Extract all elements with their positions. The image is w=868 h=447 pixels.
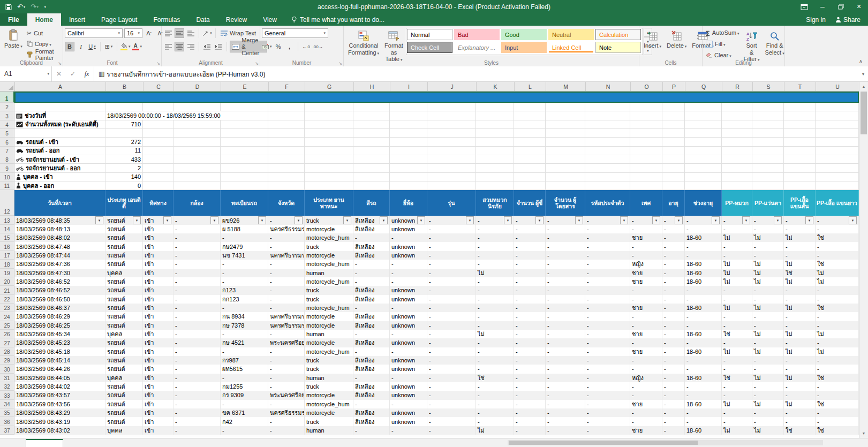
cell-S27[interactable]: -: [752, 338, 784, 347]
cell-H31[interactable]: -: [353, 374, 390, 382]
cell-N11[interactable]: [585, 181, 630, 190]
cell-K30[interactable]: -: [476, 365, 514, 373]
column-header-H[interactable]: H: [354, 82, 390, 91]
cell-I2[interactable]: [390, 103, 427, 111]
cell-H8[interactable]: [353, 155, 390, 164]
cell-Q23[interactable]: 18-60: [685, 304, 722, 312]
cell-R2[interactable]: [722, 103, 752, 111]
cell-U15[interactable]: ใช่: [816, 233, 859, 242]
row-header-36[interactable]: 36: [0, 417, 14, 426]
cell-R6[interactable]: [722, 138, 752, 146]
number-dialog-launcher[interactable]: [338, 61, 342, 66]
cell-U26[interactable]: ไม่: [816, 330, 859, 338]
cell-L19[interactable]: -: [514, 269, 546, 277]
cell-E18[interactable]: -: [221, 260, 268, 268]
cell-H33[interactable]: สีเหลือง: [353, 391, 390, 399]
column-header-G[interactable]: G: [305, 82, 354, 91]
cell-I19[interactable]: -: [390, 269, 427, 277]
cell-T36[interactable]: -: [784, 417, 816, 426]
cell-A35[interactable]: 18/03/2569 08:43:29: [14, 408, 105, 417]
align-middle-button[interactable]: [175, 28, 184, 38]
cell-H15[interactable]: -: [353, 233, 390, 242]
cell-style-note[interactable]: Note: [595, 42, 641, 53]
cell-F28[interactable]: -: [268, 347, 305, 356]
cell-I3[interactable]: [390, 111, 427, 120]
column-header-F[interactable]: F: [269, 82, 305, 91]
cell-M10[interactable]: [546, 173, 585, 181]
cell-L26[interactable]: -: [514, 330, 546, 338]
cell-P21[interactable]: -: [662, 286, 685, 294]
cell-B22[interactable]: รถยนต์: [105, 295, 143, 304]
cell-U23[interactable]: ใช่: [816, 304, 859, 312]
cell-A15[interactable]: 18/03/2569 08:48:02: [14, 233, 105, 242]
cell-P16[interactable]: -: [662, 242, 685, 251]
cell-N7[interactable]: [585, 147, 630, 155]
cell-D20[interactable]: -: [173, 277, 221, 286]
cell-L32[interactable]: -: [514, 382, 546, 391]
cell-R9[interactable]: [722, 164, 752, 172]
align-right-button[interactable]: [186, 42, 195, 51]
cell-C24[interactable]: เข้า: [143, 312, 173, 321]
cell-I30[interactable]: unknown: [390, 365, 427, 373]
cell-O21[interactable]: -: [630, 286, 662, 294]
cell-S35[interactable]: -: [752, 408, 784, 417]
cell-Q13[interactable]: -▼: [685, 216, 722, 224]
cell-M5[interactable]: [546, 129, 585, 138]
minimize-button[interactable]: ─: [813, 0, 832, 13]
cell-C31[interactable]: เข้า: [143, 374, 173, 382]
cell-C6[interactable]: [143, 138, 173, 146]
cell-O28[interactable]: ชาย: [630, 347, 662, 356]
cell-S32[interactable]: -: [752, 382, 784, 391]
cell-S2[interactable]: [752, 103, 784, 111]
cell-U13[interactable]: -▼: [816, 216, 859, 224]
cell-H14[interactable]: สีเหลือง: [353, 225, 390, 233]
cell-R32[interactable]: -: [722, 382, 752, 391]
table-header-A12[interactable]: วันที่/เวลา: [14, 190, 105, 216]
cell-J16[interactable]: -: [427, 242, 476, 251]
cell-K28[interactable]: -: [476, 347, 514, 356]
cell-O3[interactable]: [630, 111, 662, 120]
row-header-7[interactable]: 7: [0, 147, 14, 155]
cell-J4[interactable]: [427, 120, 476, 129]
cell-N31[interactable]: -: [585, 374, 630, 382]
cell-H11[interactable]: [353, 181, 390, 190]
cell-Q20[interactable]: 18-60: [685, 277, 722, 286]
tab-page-layout[interactable]: Page Layout: [93, 13, 145, 26]
cell-style-check-cell[interactable]: Check Cell: [407, 42, 452, 53]
cell-P37[interactable]: -: [662, 426, 685, 435]
align-bottom-button[interactable]: [186, 28, 195, 38]
cell-P34[interactable]: -: [662, 400, 685, 408]
vertical-scrollbar[interactable]: ▲ ▼: [859, 82, 868, 438]
formula-input[interactable]: ▥ รายงานบันทึกการเข้า-ออกแบบละเอียด (PP-…: [94, 66, 858, 81]
cell-G13[interactable]: truck▼: [305, 216, 353, 224]
cell-M19[interactable]: -: [546, 269, 585, 277]
cell-G11[interactable]: [305, 181, 353, 190]
cell-L16[interactable]: -: [514, 242, 546, 251]
cell-J2[interactable]: [427, 103, 476, 111]
row-header-28[interactable]: 28: [0, 347, 14, 356]
cancel-formula-button[interactable]: ✕: [52, 66, 66, 81]
cell-G33[interactable]: motorcycle: [305, 391, 353, 399]
cell-Q22[interactable]: -: [685, 295, 722, 304]
filter-button-U13[interactable]: ▼: [849, 216, 857, 224]
cell-E31[interactable]: -: [221, 374, 268, 382]
cell-O10[interactable]: [630, 173, 662, 181]
cell-P36[interactable]: -: [662, 417, 685, 426]
cell-N5[interactable]: [585, 129, 630, 138]
cell-D36[interactable]: -: [173, 417, 221, 426]
cell-M32[interactable]: -: [546, 382, 585, 391]
cell-D24[interactable]: -: [173, 312, 221, 321]
row-header-19[interactable]: 19: [0, 269, 14, 277]
name-box[interactable]: A1 ▾: [0, 66, 52, 81]
cell-A23[interactable]: 18/03/2569 08:46:37: [14, 304, 105, 312]
copy-button[interactable]: Copy: [25, 39, 61, 49]
cell-O35[interactable]: -: [630, 408, 662, 417]
row-header-10[interactable]: 10: [0, 173, 14, 181]
cell-F37[interactable]: -: [268, 426, 305, 435]
cell-N3[interactable]: [585, 111, 630, 120]
cell-J24[interactable]: -: [427, 312, 476, 321]
cell-R10[interactable]: [722, 173, 752, 181]
cell-R21[interactable]: -: [722, 286, 752, 294]
cell-O24[interactable]: -: [630, 312, 662, 321]
cell-T35[interactable]: -: [784, 408, 816, 417]
